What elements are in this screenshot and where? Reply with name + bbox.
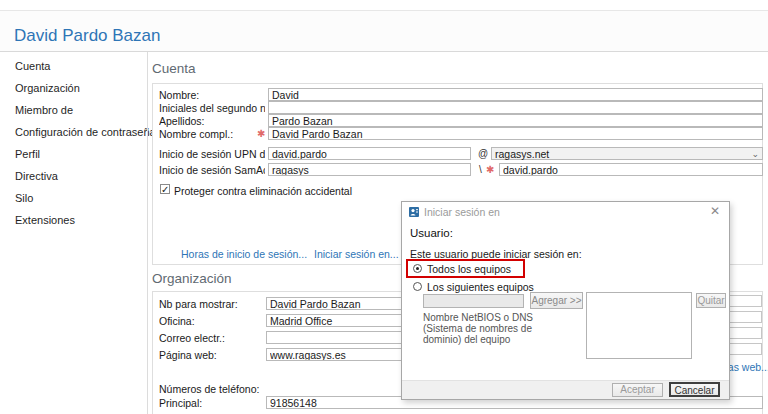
nb-mostrar-label: Nb para mostrar:: [159, 298, 265, 310]
at-sign: @: [478, 148, 488, 159]
sidebar-item-extensiones[interactable]: Extensiones: [15, 214, 75, 226]
dialog-footer: Aceptar Cancelar: [402, 380, 729, 399]
backslash-sign: \: [479, 164, 482, 175]
iniciales-input[interactable]: [268, 101, 763, 114]
upn-label: Inicio de sesión UPN de us...: [159, 148, 265, 160]
principal-label: Principal:: [159, 397, 265, 409]
dialog-subtitle: Este usuario puede iniciar sesión en:: [410, 248, 582, 260]
organizacion-section-header: Organización: [152, 271, 232, 286]
user-card-icon: [409, 207, 419, 217]
sam-domain-input[interactable]: [499, 163, 763, 176]
iniciales-label: Iniciales del segundo nom...: [159, 102, 265, 114]
radio-unselected-icon: [413, 282, 422, 291]
agregar-button[interactable]: Agregar >>: [530, 292, 583, 309]
help-line-3: dominio) del equipo: [423, 334, 538, 345]
sidebar-item-perfil[interactable]: Perfil: [15, 148, 40, 160]
sidebar-nav: Cuenta Organización Miembro de Configura…: [0, 52, 147, 414]
sidebar-item-silo[interactable]: Silo: [15, 192, 33, 204]
apellidos-input[interactable]: [268, 114, 763, 127]
required-asterisk-icon: ✱: [257, 128, 265, 139]
upn-input[interactable]: [268, 147, 471, 160]
sidebar-divider: [147, 52, 148, 414]
help-line-2: (Sistema de nombres de: [423, 323, 538, 334]
upn-domain-value: ragasys.net: [495, 148, 549, 160]
cuenta-section-header: Cuenta: [152, 61, 196, 76]
aceptar-button[interactable]: Aceptar: [612, 383, 663, 397]
correo-label: Correo electr.:: [159, 332, 265, 344]
dialog-title: Iniciar sesión en: [424, 206, 500, 218]
window: David Pardo Bazan Cuenta Organización Mi…: [0, 0, 768, 414]
pagina-web-label: Página web:: [159, 349, 265, 361]
chevron-down-icon: ⌄: [751, 148, 759, 160]
sidebar-item-cuenta[interactable]: Cuenta: [15, 60, 50, 72]
sidebar-item-miembro-de[interactable]: Miembro de: [15, 104, 73, 116]
radio-siguientes-label: Los siguientes equipos: [427, 281, 534, 293]
nombre-compl-label: Nombre compl.:: [159, 128, 265, 140]
equipos-listbox[interactable]: [586, 292, 692, 359]
close-icon[interactable]: ✕: [710, 205, 720, 217]
telefonos-label: Números de teléfono:: [159, 383, 259, 395]
quitar-button[interactable]: Quitar: [696, 293, 726, 308]
radio-selected-icon: [413, 264, 422, 273]
nombre-input[interactable]: [268, 88, 763, 101]
nombre-label: Nombre:: [159, 89, 265, 101]
oficina-label: Oficina:: [159, 315, 265, 327]
checkmark-icon: ✓: [161, 184, 169, 195]
sam-input[interactable]: [268, 163, 471, 176]
nombre-compl-input[interactable]: [268, 127, 763, 140]
sam-label: Inicio de sesión SamAccou...: [159, 164, 265, 176]
usuario-label: Usuario:: [410, 227, 453, 239]
protect-checkbox-label: Proteger contra eliminación accidental: [174, 185, 352, 197]
required-asterisk-icon: ✱: [486, 164, 494, 175]
sidebar-item-configuracion[interactable]: Configuración de contraseña: [15, 126, 156, 138]
sidebar-item-directiva[interactable]: Directiva: [15, 170, 58, 182]
horas-inicio-sesion-link[interactable]: Horas de inicio de sesión...: [181, 248, 307, 260]
sidebar-item-organizacion[interactable]: Organización: [15, 82, 80, 94]
netbios-help-text: Nombre NetBIOS o DNS (Sistema de nombres…: [423, 312, 538, 345]
equipo-name-input[interactable]: [423, 294, 524, 308]
page-title: David Pardo Bazan: [14, 26, 160, 46]
protect-checkbox[interactable]: ✓: [160, 184, 170, 194]
radio-todos-label: Todos los equipos: [427, 263, 511, 275]
iniciar-sesion-dialog: Iniciar sesión en ✕ Usuario: Este usuari…: [401, 201, 730, 400]
help-line-1: Nombre NetBIOS o DNS: [423, 312, 538, 323]
cancelar-button[interactable]: Cancelar: [669, 382, 720, 397]
apellidos-label: Apellidos:: [159, 115, 265, 127]
upn-domain-combo[interactable]: ragasys.net ⌄: [491, 147, 763, 160]
iniciar-sesion-en-link[interactable]: Iniciar sesión en...: [314, 248, 399, 260]
